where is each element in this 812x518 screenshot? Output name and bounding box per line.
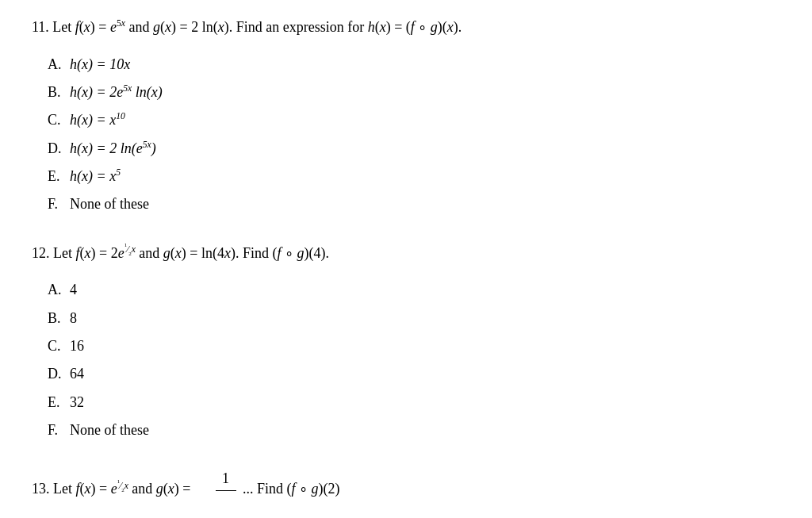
q11-text-b: h(x) = 2e5x ln(x) bbox=[70, 79, 163, 106]
q11-choice-a: A. h(x) = 10x bbox=[48, 52, 780, 78]
question-13-partial: 13. Let f(x) = e1⁄2x and g(x) = 1 ... Fi… bbox=[32, 467, 780, 514]
q12-text-d: 64 bbox=[70, 361, 84, 387]
question-13-number: 13. bbox=[32, 482, 53, 497]
q12-text-b: 8 bbox=[70, 305, 77, 332]
q11-label-e: E. bbox=[48, 163, 70, 190]
question-11: 11. Let f(x) = e5x and g(x) = 2 ln(x). F… bbox=[32, 16, 780, 218]
question-12: 12. Let f(x) = 2e1⁄2x and g(x) = ln(4x).… bbox=[32, 242, 780, 444]
q11-text-a: h(x) = 10x bbox=[70, 52, 130, 78]
q12-choice-b: B. 8 bbox=[48, 305, 780, 332]
q12-text-f: None of these bbox=[70, 417, 149, 443]
question-13-text-partial: 13. Let f(x) = e1⁄2x and g(x) = 1 ... Fi… bbox=[32, 467, 780, 514]
q12-label-c: C. bbox=[48, 333, 70, 359]
q12-text-a: 4 bbox=[70, 277, 77, 303]
q11-choice-d: D. h(x) = 2 ln(e5x) bbox=[48, 136, 780, 162]
q12-text-e: 32 bbox=[70, 389, 84, 416]
q12-choice-f: F. None of these bbox=[48, 417, 780, 443]
q11-choice-b: B. h(x) = 2e5x ln(x) bbox=[48, 79, 780, 106]
question-12-text: 12. Let f(x) = 2e1⁄2x and g(x) = ln(4x).… bbox=[32, 242, 780, 265]
q12-choice-d: D. 64 bbox=[48, 361, 780, 387]
q12-label-d: D. bbox=[48, 361, 70, 387]
q11-label-a: A. bbox=[48, 52, 70, 78]
q11-label-f: F. bbox=[48, 191, 70, 217]
q12-label-e: E. bbox=[48, 389, 70, 416]
q12-text-c: 16 bbox=[70, 333, 84, 359]
question-11-text: 11. Let f(x) = e5x and g(x) = 2 ln(x). F… bbox=[32, 16, 780, 39]
q11-choice-c: C. h(x) = x10 bbox=[48, 107, 780, 133]
q12-choice-e: E. 32 bbox=[48, 389, 780, 416]
q12-label-b: B. bbox=[48, 305, 70, 332]
q11-choice-f: F. None of these bbox=[48, 191, 780, 217]
question-11-choices: A. h(x) = 10x B. h(x) = 2e5x ln(x) C. h(… bbox=[48, 52, 780, 218]
q11-label-c: C. bbox=[48, 107, 70, 133]
q11-text-d: h(x) = 2 ln(e5x) bbox=[70, 136, 156, 162]
q11-label-d: D. bbox=[48, 136, 70, 162]
q12-choice-a: A. 4 bbox=[48, 277, 780, 303]
q12-label-f: F. bbox=[48, 417, 70, 443]
question-12-choices: A. 4 B. 8 C. 16 D. 64 E. 32 F. None of t… bbox=[48, 277, 780, 443]
q11-text-e: h(x) = x5 bbox=[70, 163, 121, 190]
question-11-number: 11. bbox=[32, 19, 52, 35]
q12-label-a: A. bbox=[48, 277, 70, 303]
q12-choice-c: C. 16 bbox=[48, 333, 780, 359]
question-12-number: 12. bbox=[32, 245, 53, 261]
q11-label-b: B. bbox=[48, 79, 70, 106]
q11-choice-e: E. h(x) = x5 bbox=[48, 163, 780, 190]
q11-text-f: None of these bbox=[70, 191, 149, 217]
q11-text-c: h(x) = x10 bbox=[70, 107, 125, 133]
